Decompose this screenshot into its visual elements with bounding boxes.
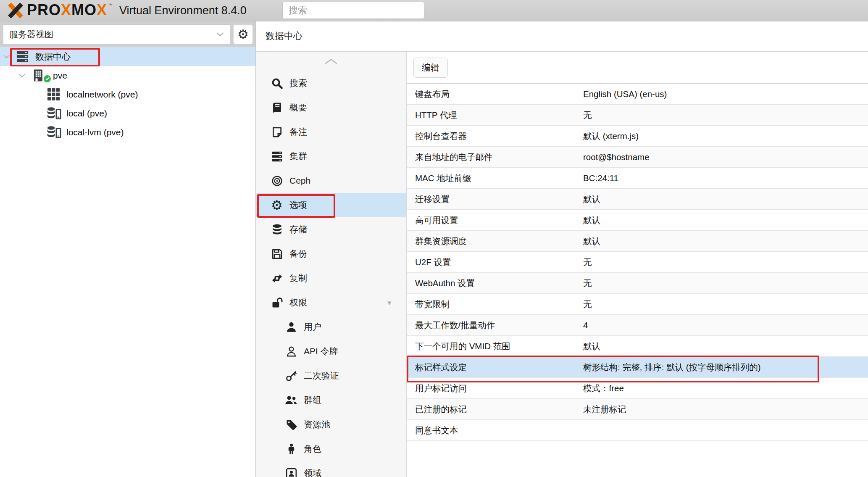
options-toolbar: 编辑 — [407, 52, 868, 84]
menu-item-label: 备份 — [289, 248, 307, 260]
realms-icon — [283, 468, 299, 477]
option-value: 树形结构: 完整, 排序: 默认 (按字母顺序排列的) — [583, 361, 868, 373]
menu-item-label: 角色 — [304, 443, 321, 455]
table-row[interactable]: 下一个可用的 VMID 范围 默认 — [407, 336, 868, 357]
menu-item[interactable]: 角色 — [256, 437, 406, 461]
content-panel: 数据中心 搜索 — [256, 21, 868, 477]
menu-item[interactable]: 二次验证 — [256, 364, 406, 388]
table-row[interactable]: 来自地址的电子邮件 root@$hostname — [407, 147, 868, 168]
proxmox-x-icon — [7, 3, 24, 20]
menu-item-label: 搜索 — [289, 77, 307, 89]
tree-item[interactable]: localnetwork (pve) — [0, 85, 255, 104]
option-label: HTTP 代理 — [407, 109, 583, 121]
table-row[interactable]: 带宽限制 无 — [407, 294, 868, 315]
notes-icon — [269, 126, 285, 138]
menu-item-label: 概要 — [289, 102, 307, 113]
menu-item[interactable]: Ceph — [256, 169, 406, 193]
menu-item[interactable]: 搜索 — [256, 71, 406, 95]
tree-item[interactable]: local (pve) — [0, 104, 255, 123]
menu-item[interactable]: 群组 — [256, 388, 406, 412]
table-row[interactable]: WebAuthn 设置 无 — [407, 273, 868, 294]
option-value: 无 — [583, 109, 868, 121]
option-value: 无 — [583, 277, 868, 289]
table-row[interactable]: MAC 地址前缀 BC:24:11 — [407, 168, 868, 189]
menu-item[interactable]: API 令牌 — [256, 339, 406, 364]
table-row[interactable]: 控制台查看器 默认 (xterm.js) — [407, 126, 868, 147]
menu-item[interactable]: 用户 — [256, 315, 406, 339]
permissions-lock-icon — [269, 297, 285, 308]
menu-item[interactable]: ⚙ 选项 — [256, 193, 406, 217]
menu-item-label: 领域 — [304, 467, 321, 477]
table-row[interactable]: 已注册的标记 未注册标记 — [407, 399, 868, 420]
table-row[interactable]: 高可用设置 默认 — [407, 210, 868, 231]
table-row[interactable]: 同意书文本 — [407, 420, 868, 441]
table-row[interactable]: 标记样式设定 树形结构: 完整, 排序: 默认 (按字母顺序排列的) — [407, 357, 868, 378]
options-panel: 编辑 键盘布局 English (USA) (en-us) HTTP 代理 无 — [407, 52, 868, 477]
tree-item[interactable]: 数据中心 — [0, 47, 255, 66]
option-value: 默认 (xterm.js) — [583, 130, 868, 142]
menu-item[interactable]: 权限 ▼ — [256, 290, 406, 315]
edit-button[interactable]: 编辑 — [413, 58, 448, 78]
chevron-down-icon — [216, 32, 224, 37]
resource-tree-panel: 服务器视图 ⚙ — [0, 21, 256, 477]
table-row[interactable]: HTTP 代理 无 — [407, 105, 868, 126]
table-row[interactable]: 最大工作数/批量动作 4 — [407, 315, 868, 336]
network-icon — [47, 88, 66, 101]
section-menu: 搜索 概要 备注 — [256, 52, 407, 477]
option-value: 未注册标记 — [583, 403, 868, 415]
option-value: 无 — [583, 298, 868, 310]
option-label: 键盘布局 — [407, 88, 583, 100]
table-row[interactable]: 迁移设置 默认 — [407, 189, 868, 210]
two-factor-icon — [283, 370, 299, 382]
menu-item[interactable]: 复制 — [256, 266, 406, 290]
option-value: 无 — [583, 256, 868, 268]
menu-item[interactable]: 概要 — [256, 95, 406, 120]
menu-item[interactable]: 备注 — [256, 120, 406, 144]
datacenter-icon — [16, 50, 35, 63]
menu-item-label: 权限 — [289, 297, 307, 308]
view-selector-label: 服务器视图 — [9, 29, 53, 40]
option-label: 控制台查看器 — [407, 130, 583, 142]
chevron-down-icon[interactable] — [3, 55, 16, 58]
menu-item-label: 复制 — [289, 272, 307, 284]
table-row[interactable]: U2F 设置 无 — [407, 252, 868, 273]
summary-icon — [269, 102, 285, 113]
tree-item-label: local-lvm (pve) — [66, 127, 124, 137]
menu-item[interactable]: 存储 — [256, 217, 406, 242]
menu-item[interactable]: 资源池 — [256, 412, 406, 437]
menu-item[interactable]: 领域 — [256, 461, 406, 477]
menu-item-label: 二次验证 — [304, 370, 339, 382]
menu-item[interactable]: 备份 — [256, 242, 406, 266]
proxmox-logo: PROXMOX ™ — [7, 1, 114, 20]
tree-item[interactable]: pve — [0, 66, 255, 85]
search-input[interactable] — [282, 2, 424, 19]
option-label: 用户标记访问 — [407, 382, 583, 394]
option-value: 默认 — [583, 193, 868, 205]
option-label: MAC 地址前缀 — [407, 172, 583, 184]
trademark-symbol: ™ — [108, 3, 113, 8]
search-icon — [269, 78, 285, 89]
tree-panel-header: 服务器视图 ⚙ — [0, 21, 255, 47]
table-row[interactable]: 用户标记访问 模式：free — [407, 378, 868, 399]
tree-settings-button[interactable]: ⚙ — [233, 24, 253, 44]
tree-item[interactable]: local-lvm (pve) — [0, 123, 255, 142]
menu-item-label: 备注 — [289, 126, 307, 138]
table-row[interactable]: 群集资源调度 默认 — [407, 231, 868, 252]
content-header: 数据中心 — [256, 21, 868, 52]
option-label: 迁移设置 — [407, 193, 583, 205]
chevron-down-icon[interactable] — [19, 74, 32, 77]
options-gear-icon: ⚙ — [269, 199, 285, 212]
option-value: BC:24:11 — [583, 173, 868, 183]
api-token-icon — [283, 346, 299, 357]
collapse-menu-button[interactable] — [256, 52, 406, 71]
option-label: 高可用设置 — [407, 214, 583, 226]
storage-icon — [47, 126, 66, 139]
view-selector-dropdown[interactable]: 服务器视图 — [3, 24, 230, 45]
option-label: 带宽限制 — [407, 298, 583, 310]
menu-item-label: 选项 — [289, 199, 307, 211]
menu-item-label: 存储 — [289, 224, 307, 235]
menu-item-label: 群组 — [304, 394, 321, 406]
table-row[interactable]: 键盘布局 English (USA) (en-us) — [407, 84, 868, 105]
menu-item[interactable]: 集群 — [256, 144, 406, 169]
option-label: 同意书文本 — [407, 424, 583, 436]
